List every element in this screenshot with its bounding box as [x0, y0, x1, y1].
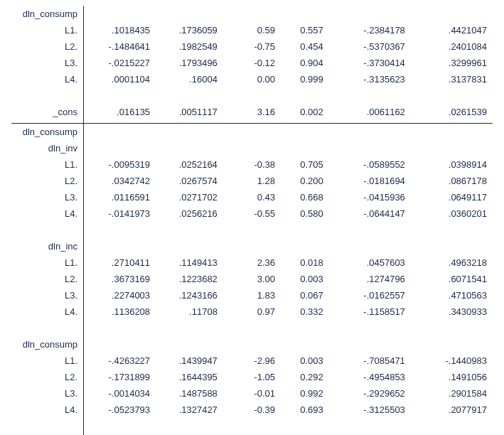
cell-value: .2710411: [84, 254, 156, 271]
cell-value: .1327427: [156, 402, 223, 418]
cell-value: [156, 140, 223, 156]
row-label: L4.: [11, 304, 84, 320]
cell-value: [329, 6, 411, 22]
cell-value: [411, 238, 493, 254]
cell-value: -2.96: [223, 353, 281, 369]
cell-value: .1136208: [84, 304, 156, 320]
cell-value: .6071541: [411, 271, 493, 287]
cell-value: -.0415936: [329, 189, 411, 205]
cell-value: [223, 336, 281, 353]
cell-value: .0256216: [156, 205, 223, 222]
cell-value: .0252164: [156, 156, 223, 173]
cell-value: 0.43: [223, 189, 281, 205]
cell-value: .1793496: [156, 55, 223, 71]
cell-value: [411, 336, 493, 353]
cell-value: -0.38: [223, 156, 281, 173]
cell-value: [223, 124, 281, 141]
row-label: dln_inc: [11, 238, 84, 254]
row-label: dln_consump: [11, 6, 84, 22]
cell-value: 0.693: [281, 402, 329, 418]
row-label: _cons: [11, 104, 84, 120]
cell-value: -0.12: [223, 55, 281, 71]
cell-value: -.0181694: [329, 173, 411, 189]
row-label: L4.: [11, 402, 84, 418]
cell-value: -0.75: [223, 38, 281, 55]
row-label: L2.: [11, 271, 84, 287]
cell-value: .3673169: [84, 271, 156, 287]
cell-value: .0649117: [411, 189, 493, 205]
cell-value: -.3135623: [329, 71, 411, 87]
cell-value: -.0523793: [84, 402, 156, 418]
cell-value: -.3125503: [329, 402, 411, 418]
cell-value: .1149413: [156, 254, 223, 271]
cell-value: .0261539: [411, 104, 493, 120]
cell-value: -.0162557: [329, 287, 411, 304]
cell-value: -.3730414: [329, 55, 411, 71]
cell-value: .1487588: [156, 385, 223, 402]
cell-value: 2.36: [223, 254, 281, 271]
cell-value: .1491056: [411, 369, 493, 385]
cell-value: .0061162: [329, 104, 411, 120]
cell-value: -.5370367: [329, 38, 411, 55]
cell-value: .4421047: [411, 22, 493, 38]
cell-value: .0267574: [156, 173, 223, 189]
cell-value: -1.05: [223, 369, 281, 385]
cell-value: [84, 124, 156, 141]
cell-value: -.2929652: [329, 385, 411, 402]
cell-value: -.4954853: [329, 369, 411, 385]
cell-value: -.0215227: [84, 55, 156, 71]
cell-value: [411, 124, 493, 141]
cell-value: [281, 238, 329, 254]
cell-value: 0.003: [281, 271, 329, 287]
cell-value: [411, 6, 493, 22]
cell-value: .1439947: [156, 353, 223, 369]
cell-value: -.2384178: [329, 22, 411, 38]
cell-value: .3137831: [411, 71, 493, 87]
cell-value: [223, 238, 281, 254]
cell-value: [84, 140, 156, 156]
cell-value: .1736059: [156, 22, 223, 38]
cell-value: -.0644147: [329, 205, 411, 222]
cell-value: .1274796: [329, 271, 411, 287]
cell-value: -0.39: [223, 402, 281, 418]
cell-value: -.1484641: [84, 38, 156, 55]
cell-value: 0.067: [281, 287, 329, 304]
regression-table: dln_consumpL1..1018435.17360590.590.557-…: [11, 6, 493, 435]
row-label: L3.: [11, 189, 84, 205]
row-label: dln_consump: [11, 124, 84, 141]
cell-value: .0867178: [411, 173, 493, 189]
cell-value: 0.002: [281, 104, 329, 120]
row-label: L1.: [11, 156, 84, 173]
cell-value: 0.292: [281, 369, 329, 385]
cell-value: .0457603: [329, 254, 411, 271]
cell-value: 0.705: [281, 156, 329, 173]
cell-value: [281, 140, 329, 156]
cell-value: .16004: [156, 71, 223, 87]
cell-value: 0.59: [223, 22, 281, 38]
cell-value: .2901584: [411, 385, 493, 402]
cell-value: -.0141973: [84, 205, 156, 222]
cell-value: .11708: [156, 304, 223, 320]
cell-value: -.1731899: [84, 369, 156, 385]
cell-value: 0.999: [281, 71, 329, 87]
cell-value: [84, 336, 156, 353]
cell-value: .0271702: [156, 189, 223, 205]
cell-value: [156, 238, 223, 254]
cell-value: [329, 124, 411, 141]
cell-value: [411, 140, 493, 156]
row-label: L2.: [11, 369, 84, 385]
cell-value: -.0589552: [329, 156, 411, 173]
cell-value: [156, 6, 223, 22]
cell-value: [281, 124, 329, 141]
cell-value: -.1440983: [411, 353, 493, 369]
cell-value: 0.557: [281, 22, 329, 38]
cell-value: 0.97: [223, 304, 281, 320]
cell-value: 0.003: [281, 353, 329, 369]
row-label: L2.: [11, 173, 84, 189]
cell-value: .0360201: [411, 205, 493, 222]
cell-value: .1018435: [84, 22, 156, 38]
row-label: L1.: [11, 353, 84, 369]
row-label: L1.: [11, 22, 84, 38]
cell-value: .2401084: [411, 38, 493, 55]
cell-value: -0.55: [223, 205, 281, 222]
